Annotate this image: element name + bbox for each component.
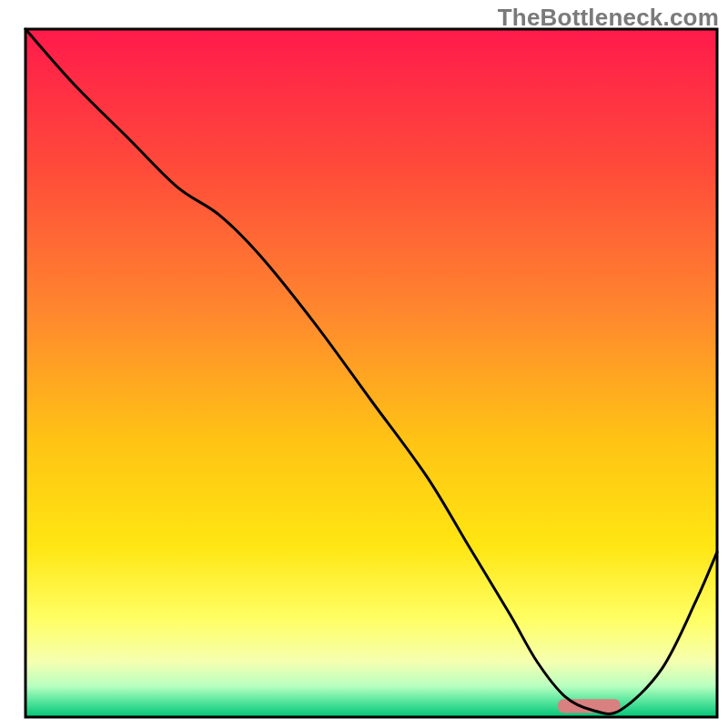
- plot-background: [25, 29, 717, 717]
- chart-container: TheBottleneck.com: [0, 0, 728, 728]
- bottleneck-chart: [0, 0, 728, 728]
- optimal-band-marker: [558, 699, 620, 713]
- watermark-text: TheBottleneck.com: [498, 4, 719, 32]
